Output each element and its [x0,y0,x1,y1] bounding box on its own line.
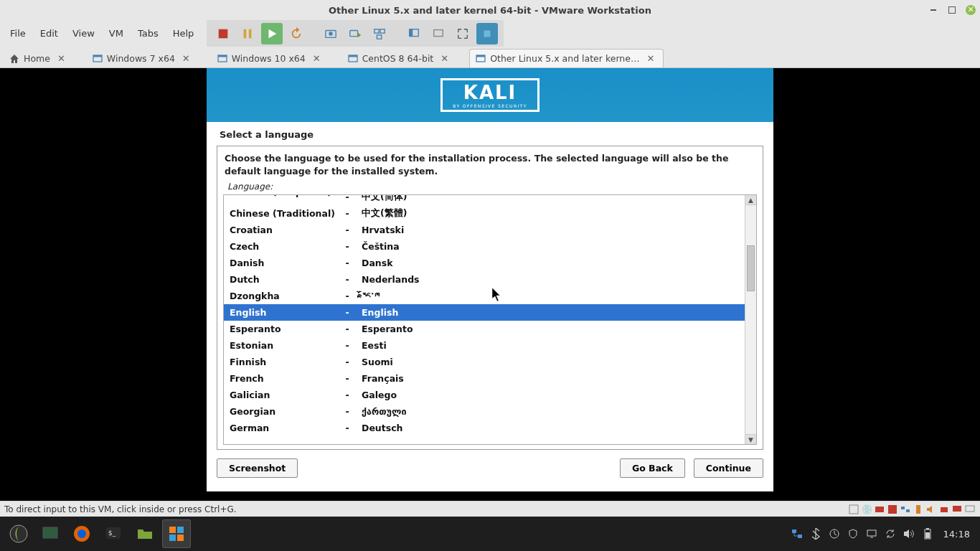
vmware-taskbar-button[interactable] [162,519,191,548]
separator: - [339,194,356,202]
language-row[interactable]: French-Français [224,370,745,387]
separator: - [339,357,356,367]
close-tab-icon[interactable]: ✕ [646,53,654,64]
cd-icon[interactable]: 💿 [861,504,872,515]
network-icon[interactable] [900,504,911,515]
poweron-button[interactable] [261,23,283,44]
usb-icon[interactable] [913,504,924,515]
input-grab-icon[interactable] [848,504,859,515]
separator: - [339,307,356,318]
continue-button[interactable]: Continue [694,458,763,478]
display-icon[interactable] [951,504,963,515]
tray-battery-icon[interactable] [922,528,933,540]
vm-tab-0[interactable]: Home✕ [3,49,75,67]
svg-rect-45 [792,529,796,533]
vm-tab-2[interactable]: Windows 10 x64✕ [211,49,330,67]
svg-rect-34 [966,506,974,512]
floppy-icon[interactable] [887,504,898,515]
close-tab-icon[interactable]: ✕ [182,53,190,64]
vm-tab-3[interactable]: CentOS 8 64-bit✕ [341,49,458,67]
language-row[interactable]: Esperanto-Esperanto [224,321,745,337]
menu-help[interactable]: Help [167,25,200,42]
console-view-button[interactable] [403,23,425,44]
vm-tab-1[interactable]: Windows 7 x64✕ [86,49,199,67]
toolbar [207,20,504,47]
language-row[interactable]: Finnish-Suomi [224,354,745,370]
tray-volume-icon[interactable] [903,528,915,540]
svg-rect-44 [177,534,184,541]
tray-updates-icon[interactable] [829,528,840,540]
hdd-icon[interactable] [874,504,885,515]
suspend-button[interactable] [237,23,258,44]
language-label: Language: [217,180,763,194]
maximize-button[interactable] [947,5,957,15]
tray-bluetooth-icon[interactable] [810,528,821,540]
svg-rect-13 [434,29,443,36]
scrollbar[interactable]: ▲ ▼ [745,195,756,444]
language-native: Čeština [356,241,745,252]
thumbnail-view-button[interactable] [428,23,449,44]
menu-vm[interactable]: VM [103,25,129,42]
screenshot-button[interactable]: Screenshot [217,458,298,478]
fullscreen-button[interactable] [452,23,473,44]
close-tab-icon[interactable]: ✕ [313,53,321,64]
kali-banner: KALI BY OFFENSIVE SECURITY [207,68,773,122]
separator: - [339,258,356,268]
language-row[interactable]: Czech-Čeština [224,238,745,255]
close-tab-icon[interactable]: ✕ [57,53,65,64]
tray-shield-icon[interactable] [847,528,859,540]
show-desktop-button[interactable] [36,519,65,548]
poweroff-button[interactable] [212,23,234,44]
menu-view[interactable]: View [67,25,100,42]
vm-viewport[interactable]: KALI BY OFFENSIVE SECURITY Select a lang… [0,68,980,501]
sound-icon[interactable] [925,504,937,515]
tray-sync-icon[interactable] [885,528,896,540]
menu-edit[interactable]: Edit [34,25,64,42]
files-button[interactable] [131,519,159,548]
language-row[interactable]: Galician-Galego [224,387,745,403]
language-row[interactable]: German-Deutsch [224,420,745,436]
svg-rect-32 [941,507,948,512]
snapshot-revert-button[interactable] [344,23,366,44]
scroll-up-button[interactable]: ▲ [745,195,756,205]
menu-file[interactable]: File [4,25,32,42]
vm-tab-label: Other Linux 5.x and later kerne… [490,53,639,64]
vm-icon [476,54,486,64]
status-text: To direct input to this VM, click inside… [4,504,237,514]
close-tab-icon[interactable]: ✕ [440,53,448,64]
language-row[interactable]: Dzongkha-རྫོང་ཁ [224,288,745,304]
language-en: Galician [224,390,339,400]
tray-clock[interactable]: 14:18 [943,529,970,540]
restart-button[interactable] [286,23,307,44]
language-row[interactable]: Chinese (Simplified)-中文(简体) [224,194,745,205]
menu-tabs[interactable]: Tabs [132,25,164,42]
language-row[interactable]: English-English [224,304,745,321]
language-row[interactable]: Dutch-Nederlands [224,271,745,288]
menubar: FileEditViewVMTabsHelp [0,20,980,47]
vm-tabbar: Home✕Windows 7 x64✕Windows 10 x64✕CentOS… [0,47,980,68]
goback-button[interactable]: Go Back [620,458,685,478]
language-en: French [224,373,339,384]
separator: - [339,423,356,433]
terminal-button[interactable]: $_ [99,519,128,548]
printer-icon[interactable] [938,504,950,515]
snapshot-button[interactable] [320,23,341,44]
language-row[interactable]: Danish-Dansk [224,255,745,271]
scroll-down-button[interactable]: ▼ [745,434,756,444]
language-row[interactable]: Estonian-Eesti [224,337,745,354]
minimize-button[interactable] [928,5,938,15]
language-row[interactable]: Croatian-Hrvatski [224,222,745,238]
unity-button[interactable] [476,23,498,44]
message-icon[interactable] [964,504,976,515]
tray-network-icon[interactable] [791,528,803,540]
tray-display-icon[interactable] [866,528,877,540]
vm-tab-4[interactable]: Other Linux 5.x and later kerne…✕ [469,49,664,67]
language-listbox[interactable]: Chinese (Simplified)-中文(简体)Chinese (Trad… [223,194,757,445]
close-button[interactable]: ✕ [966,5,976,15]
language-row[interactable]: Chinese (Traditional)-中文(繁體) [224,205,745,222]
scroll-thumb[interactable] [747,245,755,291]
snapshot-manager-button[interactable] [369,23,390,44]
start-menu-button[interactable] [4,519,33,548]
language-row[interactable]: Georgian-ქართული [224,403,745,420]
firefox-button[interactable] [67,519,96,548]
